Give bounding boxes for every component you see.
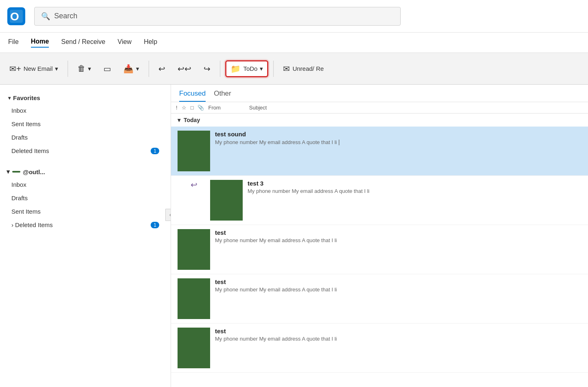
email-content-0: test sound My phone number My email addr… [210, 131, 581, 145]
deleted-fav-badge: 1 [151, 148, 159, 154]
inbox-tabs: Focused Other [171, 85, 588, 102]
sidebar-item-label: Deleted Items [11, 147, 49, 154]
content-area: Focused Other ! ☆ □ 📎 From Subject ▾ Tod… [171, 85, 588, 387]
sidebar-item-inbox-acc[interactable]: Inbox [0, 178, 171, 191]
toolbar-sep-4 [273, 61, 274, 77]
tab-focused[interactable]: Focused [179, 90, 206, 102]
unread-label: Unread/ Re [292, 65, 324, 72]
account-header[interactable]: ▾ @outl... [0, 166, 171, 178]
todo-dropdown-icon[interactable]: ▾ [260, 65, 263, 72]
account-chevron: ▾ [7, 168, 10, 175]
email-subject-3: test [215, 278, 581, 285]
cursor-0: | [338, 139, 340, 145]
sidebar: ‹ ▾ Favorites Inbox Sent Items Drafts De… [0, 85, 171, 387]
forward-icon: ↪ [204, 64, 211, 74]
forward-button[interactable]: ↪ [199, 61, 215, 77]
new-email-button[interactable]: ✉+ New Email ▾ [5, 61, 63, 77]
favorites-header[interactable]: ▾ Favorites [0, 92, 171, 104]
sidebar-item-deleted-label: Deleted Items [15, 221, 149, 228]
sidebar-item-label: Inbox [11, 181, 26, 188]
sidebar-item-inbox-fav[interactable]: Inbox [0, 104, 171, 117]
email-row-left-1: ↩ [178, 180, 210, 190]
email-preview-3: My phone number My email address A quote… [215, 286, 581, 293]
sidebar-item-label: › [11, 221, 13, 228]
favorites-label: Favorites [13, 94, 40, 101]
email-subject-0: test sound [215, 131, 581, 138]
delete-icon: 🗑 [77, 64, 86, 73]
menu-view[interactable]: View [118, 38, 132, 47]
col-checkbox[interactable]: □ [191, 105, 194, 111]
avatar-1 [210, 180, 243, 221]
move-icon: 📥 [123, 64, 134, 74]
favorites-section: ▾ Favorites Inbox Sent Items Drafts Dele… [0, 89, 171, 161]
sidebar-item-label: Inbox [11, 107, 26, 114]
sidebar-collapse-button[interactable]: ‹ [165, 209, 171, 221]
sidebar-item-sent-fav[interactable]: Sent Items [0, 117, 171, 131]
new-email-dropdown-icon[interactable]: ▾ [55, 65, 58, 72]
email-content-2: test My phone number My email address A … [210, 229, 581, 243]
email-content-1: test 3 My phone number My email address … [243, 180, 581, 194]
svg-text:O: O [10, 10, 19, 23]
group-label: Today [184, 117, 200, 123]
menu-help[interactable]: Help [144, 38, 157, 47]
col-star[interactable]: ☆ [182, 105, 186, 111]
reply-all-button[interactable]: ↩↩ [173, 61, 196, 77]
menu-home[interactable]: Home [31, 38, 49, 48]
email-list-header: ! ☆ □ 📎 From Subject [171, 102, 588, 114]
sidebar-item-deleted-acc[interactable]: › Deleted Items 1 [0, 218, 171, 232]
search-icon: 🔍 [41, 12, 50, 21]
toolbar-sep-3 [220, 61, 220, 77]
group-chevron: ▾ [178, 117, 180, 123]
sidebar-item-deleted-fav[interactable]: Deleted Items 1 [0, 144, 171, 157]
email-row-0[interactable]: test sound My phone number My email addr… [171, 127, 588, 176]
email-subject-1: test 3 [248, 180, 581, 187]
toolbar-sep-2 [149, 61, 149, 77]
search-box[interactable]: 🔍 Search [34, 7, 401, 26]
todo-icon: 📁 [230, 64, 241, 74]
email-content-3: test My phone number My email address A … [210, 278, 581, 293]
toolbar-sep-1 [68, 61, 68, 77]
email-row-1[interactable]: ↩ test 3 My phone number My email addres… [171, 176, 588, 225]
account-email: @outl... [23, 168, 45, 175]
menu-bar: File Home Send / Receive View Help [0, 33, 588, 53]
unread-read-button[interactable]: ✉ Unread/ Re [279, 61, 328, 77]
delete-dropdown-icon[interactable]: ▾ [88, 65, 91, 72]
menu-file[interactable]: File [8, 38, 19, 47]
sidebar-item-sent-acc[interactable]: Sent Items [0, 205, 171, 218]
email-content-4: test My phone number My email address A … [210, 328, 581, 342]
reply-icon: ↩ [158, 64, 165, 74]
archive-button[interactable]: ▭ [99, 61, 116, 77]
favorites-chevron: ▾ [8, 95, 11, 101]
todo-button[interactable]: 📁 ToDo ▾ [225, 60, 268, 77]
tab-other[interactable]: Other [214, 90, 231, 102]
email-row-4[interactable]: test My phone number My email address A … [171, 324, 588, 373]
email-subject-2: test [215, 229, 581, 236]
email-row-3[interactable]: test My phone number My email address A … [171, 274, 588, 324]
new-email-icon: ✉+ [9, 64, 21, 74]
sidebar-item-label: Drafts [11, 134, 28, 141]
top-bar: O 🔍 Search [0, 0, 588, 33]
main-layout: ‹ ▾ Favorites Inbox Sent Items Drafts De… [0, 85, 588, 387]
col-flag[interactable]: ! [176, 105, 178, 111]
email-preview-1: My phone number My email address A quote… [248, 188, 581, 194]
sidebar-item-drafts-acc[interactable]: Drafts [0, 191, 171, 205]
col-from[interactable]: From [208, 105, 220, 111]
archive-icon: ▭ [103, 64, 111, 74]
toolbar: ✉+ New Email ▾ 🗑 ▾ ▭ 📥 ▾ ↩ ↩↩ ↪ 📁 ToDo ▾… [0, 53, 588, 85]
search-placeholder: Search [54, 12, 77, 20]
menu-send-receive[interactable]: Send / Receive [61, 38, 105, 47]
sidebar-item-label: Sent Items [11, 120, 41, 127]
avatar-2 [178, 229, 210, 270]
col-subject[interactable]: Subject [249, 105, 267, 111]
move-button[interactable]: 📥 ▾ [119, 61, 144, 77]
reply-all-icon: ↩↩ [178, 64, 191, 74]
reply-button[interactable]: ↩ [154, 61, 170, 77]
email-row-2[interactable]: test My phone number My email address A … [171, 225, 588, 274]
account-label [12, 171, 20, 173]
outlook-logo: O [7, 7, 26, 26]
move-dropdown-icon[interactable]: ▾ [136, 65, 139, 72]
sidebar-item-drafts-fav[interactable]: Drafts [0, 131, 171, 144]
avatar-0 [178, 131, 210, 171]
delete-button[interactable]: 🗑 ▾ [73, 61, 96, 76]
col-attachment[interactable]: 📎 [197, 105, 204, 111]
